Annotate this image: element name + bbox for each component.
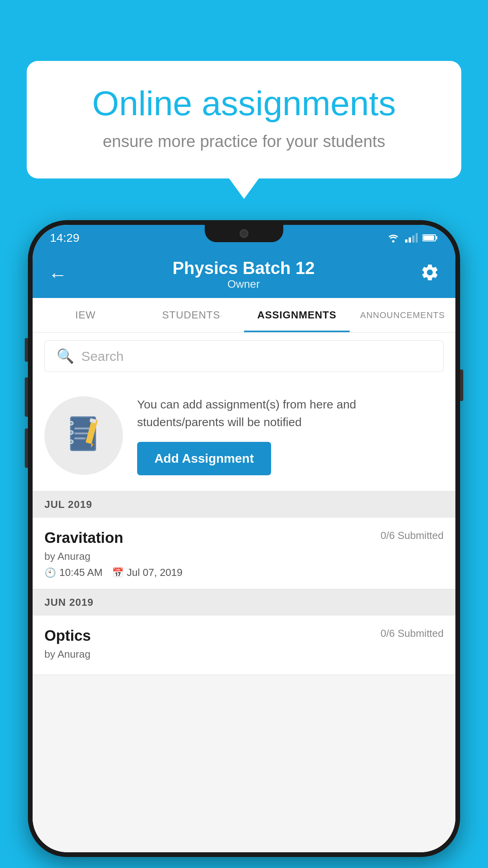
tab-announcements[interactable]: ANNOUNCEMENTS: [350, 298, 455, 332]
calendar-icon: 📅: [112, 567, 124, 578]
svg-rect-13: [74, 427, 90, 429]
promo-description: You can add assignment(s) from here and …: [137, 395, 444, 431]
assignment-item-optics[interactable]: Optics 0/6 Submitted by Anurag: [33, 616, 455, 675]
notebook-icon: [64, 414, 103, 457]
settings-button[interactable]: [420, 263, 440, 287]
assignment-meta: 🕙 10:45 AM 📅 Jul 07, 2019: [44, 566, 444, 579]
svg-rect-15: [74, 437, 85, 439]
assignment-submitted: 0/6 Submitted: [381, 627, 444, 640]
svg-rect-7: [423, 235, 434, 240]
assignment-submitted: 0/6 Submitted: [381, 530, 444, 542]
front-camera: [240, 229, 248, 238]
speech-bubble-container: Online assignments ensure more practice …: [27, 61, 461, 178]
app-bar-subtitle: Owner: [172, 278, 315, 291]
gear-icon: [420, 263, 440, 282]
search-icon: 🔍: [57, 348, 74, 364]
phone-screen: 14:29: [33, 225, 455, 852]
volume-down-button: [25, 377, 28, 417]
status-time: 14:29: [50, 231, 79, 245]
battery-icon: [422, 234, 438, 242]
add-assignment-button[interactable]: Add Assignment: [137, 442, 271, 475]
svg-rect-3: [412, 235, 415, 243]
silent-button: [25, 428, 28, 468]
speech-bubble-title: Online assignments: [58, 85, 430, 123]
assignment-name: Optics: [44, 627, 91, 644]
phone-frame: 14:29: [28, 220, 460, 857]
app-bar: ← Physics Batch 12 Owner: [33, 251, 455, 298]
notch: [205, 225, 283, 242]
app-bar-title-section: Physics Batch 12 Owner: [172, 258, 315, 291]
app-bar-title: Physics Batch 12: [172, 258, 315, 278]
svg-point-0: [392, 240, 394, 243]
svg-rect-4: [416, 233, 418, 243]
content-area: 🔍 Search: [33, 333, 455, 852]
svg-point-10: [70, 421, 73, 425]
power-button: [460, 370, 463, 401]
svg-rect-6: [436, 236, 437, 239]
search-bar[interactable]: 🔍 Search: [44, 340, 444, 372]
assignment-by: by Anurag: [44, 648, 444, 660]
back-button[interactable]: ←: [48, 264, 67, 285]
svg-point-12: [70, 440, 73, 443]
promo-text-section: You can add assignment(s) from here and …: [137, 395, 444, 475]
svg-rect-1: [405, 239, 407, 243]
assignment-time: 10:45 AM: [59, 566, 103, 579]
promo-section: You can add assignment(s) from here and …: [33, 380, 455, 491]
tab-students[interactable]: STUDENTS: [138, 298, 244, 332]
volume-up-button: [25, 338, 28, 362]
assignment-by: by Anurag: [44, 550, 444, 563]
phone-container: 14:29: [28, 220, 460, 857]
section-header-jun: JUN 2019: [33, 589, 455, 616]
search-placeholder: Search: [81, 349, 124, 364]
svg-point-11: [70, 430, 73, 434]
assignment-name: Gravitation: [44, 530, 123, 546]
speech-bubble: Online assignments ensure more practice …: [27, 61, 461, 178]
speech-bubble-subtitle: ensure more practice for your students: [58, 132, 430, 151]
status-icons: [386, 233, 438, 243]
assignment-item-gravitation[interactable]: Gravitation 0/6 Submitted by Anurag 🕙 10…: [33, 518, 455, 589]
tabs-bar: IEW STUDENTS ASSIGNMENTS ANNOUNCEMENTS: [33, 298, 455, 333]
assignment-date: Jul 07, 2019: [127, 566, 183, 579]
search-container: 🔍 Search: [33, 333, 455, 380]
wifi-icon: [386, 233, 400, 243]
signal-icon: [405, 233, 418, 243]
tab-iew[interactable]: IEW: [33, 298, 138, 332]
clock-icon: 🕙: [44, 567, 56, 578]
section-header-jul: JUL 2019: [33, 491, 455, 518]
svg-rect-14: [74, 432, 88, 434]
promo-icon-circle: [44, 396, 123, 475]
svg-rect-2: [409, 237, 411, 243]
tab-assignments[interactable]: ASSIGNMENTS: [244, 298, 350, 332]
